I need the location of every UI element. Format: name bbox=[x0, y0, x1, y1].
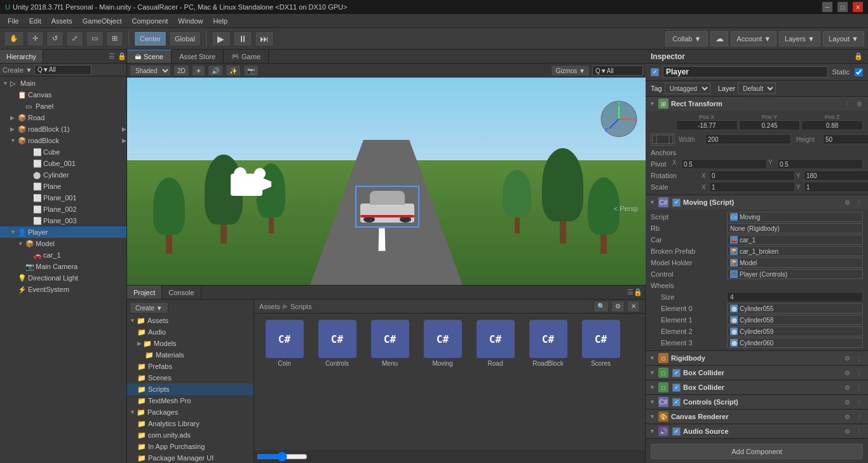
tab-scene[interactable]: 🏔 Scene bbox=[127, 50, 172, 63]
audio-source-header[interactable]: ▼ 🔊 ✓ Audio Source ⚙ ⋮ bbox=[646, 424, 868, 438]
element2-value[interactable]: ⬤ Cylinder059 bbox=[727, 326, 863, 336]
collab-button[interactable]: Collab ▼ bbox=[665, 31, 708, 46]
hierarchy-tab[interactable]: Hierarchy bbox=[0, 50, 43, 63]
global-button[interactable]: Global bbox=[169, 31, 201, 46]
rect-menu-btn[interactable]: ⋮ bbox=[842, 99, 852, 109]
audio-button[interactable]: 🔊 bbox=[208, 65, 223, 76]
tree-item-cylinder[interactable]: ⬤ Cylinder bbox=[0, 169, 126, 181]
element1-value[interactable]: ⬤ Cylinder058 bbox=[727, 315, 863, 325]
asset-item-pkgmanager[interactable]: 📁 Package Manager UI bbox=[127, 452, 254, 463]
hierarchy-lock-button[interactable]: 🔒 bbox=[118, 50, 126, 63]
file-moving[interactable]: C# Moving bbox=[419, 320, 466, 367]
moving-menu-btn[interactable]: ⋮ bbox=[854, 197, 864, 207]
tab-game[interactable]: 🎮 Game bbox=[224, 50, 269, 63]
player-active-checkbox[interactable]: ✓ bbox=[651, 68, 659, 76]
close-button[interactable]: ✕ bbox=[853, 2, 863, 12]
tab-asset-store[interactable]: Asset Store bbox=[172, 50, 224, 63]
as-menu-btn[interactable]: ⋮ bbox=[854, 426, 864, 436]
add-component-button[interactable]: Add Component bbox=[651, 444, 863, 459]
asset-close-button[interactable]: ✕ bbox=[627, 301, 640, 312]
menu-assets[interactable]: Assets bbox=[46, 16, 78, 26]
breadcrumb-assets[interactable]: Assets bbox=[259, 303, 280, 310]
asset-item-materials[interactable]: 📁 Materials bbox=[127, 349, 254, 361]
tree-item-panel[interactable]: ▭ Panel bbox=[0, 100, 126, 112]
menu-component[interactable]: Component bbox=[126, 16, 173, 26]
cloud-button[interactable]: ☁ bbox=[710, 31, 728, 46]
tree-item-eventsystem[interactable]: ⚡ EventSystem bbox=[0, 284, 126, 295]
script-value[interactable]: C# Moving bbox=[727, 212, 863, 222]
asset-search-button[interactable]: 🔍 bbox=[593, 301, 609, 312]
cr-menu-btn[interactable]: ⋮ bbox=[854, 411, 864, 422]
file-scores[interactable]: C# Scores bbox=[577, 320, 625, 367]
account-button[interactable]: Account ▼ bbox=[731, 31, 776, 46]
scale-x-input[interactable] bbox=[709, 182, 795, 192]
moving-script-header[interactable]: ▼ C# ✓ Moving (Script) ⚙ ⋮ bbox=[646, 195, 868, 209]
layout-button[interactable]: Layout ▼ bbox=[823, 31, 864, 46]
moving-active-checkbox[interactable]: ✓ bbox=[672, 198, 681, 207]
size-input[interactable] bbox=[727, 292, 863, 302]
asset-settings-button[interactable]: ⚙ bbox=[611, 301, 625, 312]
bc1-settings-btn[interactable]: ⚙ bbox=[842, 368, 852, 378]
asset-item-packages[interactable]: ▼ 📁 Packages bbox=[127, 406, 254, 418]
tab-console[interactable]: Console bbox=[162, 286, 201, 299]
asset-item-audio[interactable]: 📁 Audio bbox=[127, 326, 254, 338]
pivot-y-input[interactable] bbox=[777, 159, 863, 169]
rect-tool-button[interactable]: ▭ bbox=[86, 31, 104, 46]
as-settings-btn[interactable]: ⚙ bbox=[842, 426, 852, 436]
asset-item-models[interactable]: ▶ 📁 Models bbox=[127, 338, 254, 349]
play-button[interactable]: ▶ bbox=[212, 31, 231, 46]
ctrl-settings-btn[interactable]: ⚙ bbox=[842, 397, 852, 407]
breadcrumb-scripts[interactable]: Scripts bbox=[290, 303, 312, 310]
asset-item-scripts[interactable]: 📁 Scripts bbox=[127, 384, 254, 395]
pos-y-input[interactable] bbox=[739, 120, 801, 130]
asset-item-ads[interactable]: 📁 com.unity.ads bbox=[127, 429, 254, 441]
tree-item-roadblock1[interactable]: ▶ 📦 roadBlock (1) ▶ bbox=[0, 123, 126, 135]
move-tool-button[interactable]: ✛ bbox=[27, 31, 44, 46]
tree-item-plane[interactable]: ⬜ Plane bbox=[0, 181, 126, 192]
layers-button[interactable]: Layers ▼ bbox=[779, 31, 820, 46]
pause-button[interactable]: ⏸ bbox=[233, 31, 252, 46]
tree-item-maincamera[interactable]: 📷 Main Camera bbox=[0, 261, 126, 272]
menu-edit[interactable]: Edit bbox=[24, 16, 46, 26]
tree-item-plane003[interactable]: ⬜ Plane_003 bbox=[0, 215, 126, 226]
asset-item-assets[interactable]: ▼ 📁 Assets bbox=[127, 315, 254, 326]
asset-item-prefabs[interactable]: 📁 Prefabs bbox=[127, 361, 254, 372]
file-roadblock[interactable]: C# RoadBlock bbox=[524, 320, 572, 367]
canvas-renderer-header[interactable]: ▼ 🎨 Canvas Renderer ⚙ ⋮ bbox=[646, 410, 868, 424]
tree-item-roadblock[interactable]: ▼ 📦 roadBlock ▶ bbox=[0, 135, 126, 146]
tree-item-dirlight[interactable]: 💡 Directional Light bbox=[0, 272, 126, 284]
bc1-menu-btn[interactable]: ⋮ bbox=[854, 368, 864, 378]
tree-item-road[interactable]: ▶ 📦 Road bbox=[0, 112, 126, 123]
tree-item-cube[interactable]: ⬜ Cube bbox=[0, 146, 126, 158]
maximize-button[interactable]: □ bbox=[837, 2, 848, 12]
audio-source-checkbox[interactable]: ✓ bbox=[672, 427, 681, 436]
control-value[interactable]: 🎮 Player (Controls) bbox=[727, 269, 863, 279]
player-name-input[interactable] bbox=[663, 66, 828, 78]
element0-value[interactable]: ⬤ Cylinder055 bbox=[727, 303, 863, 314]
center-button[interactable]: Center bbox=[134, 31, 166, 46]
holder-value[interactable]: 📦 Model bbox=[727, 258, 863, 268]
menu-help[interactable]: Help bbox=[208, 16, 233, 26]
menu-gameobject[interactable]: GameObject bbox=[78, 16, 127, 26]
hierarchy-create-button[interactable]: Create ▼ bbox=[3, 66, 32, 74]
tree-item-main[interactable]: ▼ ▷ Main bbox=[0, 78, 126, 89]
scale-tool-button[interactable]: ⤢ bbox=[66, 31, 83, 46]
broken-value[interactable]: 📦 car_1_broken bbox=[727, 246, 863, 256]
file-road[interactable]: C# Road bbox=[471, 320, 519, 367]
hierarchy-search-input[interactable] bbox=[34, 65, 92, 75]
tree-item-cube001[interactable]: ⬜ Cube_001 bbox=[0, 158, 126, 169]
static-checkbox[interactable] bbox=[855, 68, 863, 76]
box-collider2-checkbox[interactable]: ✓ bbox=[672, 384, 681, 392]
asset-item-scenes[interactable]: 📁 Scenes bbox=[127, 372, 254, 384]
layer-select[interactable]: Default bbox=[738, 83, 776, 94]
scene-search-input[interactable] bbox=[592, 66, 643, 76]
box-collider1-header[interactable]: ▼ □ ✓ Box Collider ⚙ ⋮ bbox=[646, 366, 868, 380]
ctrl-menu-btn[interactable]: ⋮ bbox=[854, 397, 864, 407]
file-controls[interactable]: C# Controls bbox=[313, 320, 361, 367]
minimize-button[interactable]: ─ bbox=[822, 2, 832, 12]
box-collider2-header[interactable]: ▼ □ ✓ Box Collider ⚙ ⋮ bbox=[646, 380, 868, 394]
controls-checkbox[interactable]: ✓ bbox=[672, 398, 681, 406]
cr-settings-btn[interactable]: ⚙ bbox=[842, 411, 852, 422]
inspector-lock-button[interactable]: 🔒 bbox=[854, 52, 863, 60]
bc2-menu-btn[interactable]: ⋮ bbox=[854, 382, 864, 392]
